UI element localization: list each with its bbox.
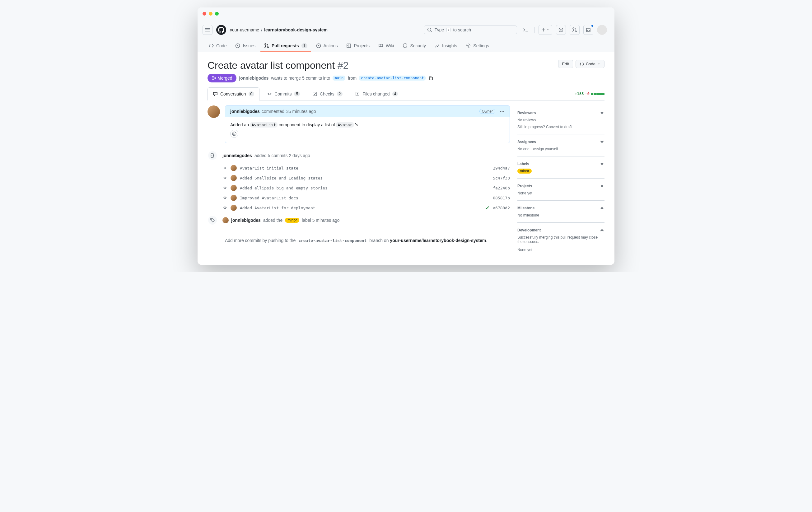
pull-requests-shortcut-button[interactable] — [570, 25, 580, 35]
breadcrumb-repo[interactable]: learnstorybook-design-system — [264, 27, 328, 32]
commit-avatar[interactable] — [231, 205, 237, 211]
sidebar-text: None yet — [517, 248, 605, 252]
commit-icon — [223, 195, 227, 200]
svg-point-22 — [503, 111, 504, 112]
comment-menu-button[interactable] — [500, 109, 504, 114]
commit-avatar[interactable] — [231, 175, 237, 181]
tag-icon — [207, 215, 218, 225]
commit-avatar[interactable] — [231, 185, 237, 191]
copy-icon[interactable] — [428, 76, 433, 81]
comment-author[interactable]: jonniebigodes — [230, 109, 260, 114]
pr-meta-text-2: from — [348, 76, 356, 81]
window-maximize-button[interactable] — [215, 12, 219, 16]
issues-shortcut-button[interactable] — [556, 25, 566, 35]
gear-icon[interactable] — [600, 228, 605, 233]
code-dropdown-button[interactable]: Code — [576, 60, 605, 68]
tab-settings[interactable]: Settings — [462, 40, 493, 52]
prtab-label: Commits — [274, 91, 291, 96]
diffstat-additions: +185 — [575, 92, 584, 96]
gear-icon[interactable] — [600, 111, 605, 115]
commit-sha[interactable]: 5c47f33 — [493, 176, 510, 180]
commit-message[interactable]: Added Smallsize and Loading states — [240, 176, 490, 180]
help-text: . — [486, 238, 487, 243]
commit-sha[interactable]: 294d4a7 — [493, 166, 510, 171]
pr-number: #2 — [338, 60, 349, 71]
assign-yourself-link[interactable]: assign yourself — [533, 147, 558, 151]
svg-rect-16 — [430, 77, 432, 80]
commit-icon — [267, 91, 272, 96]
gear-icon — [466, 43, 471, 48]
add-reaction-button[interactable] — [230, 130, 238, 138]
pr-author-link[interactable]: jonniebigodes — [239, 76, 268, 81]
command-palette-button[interactable] — [521, 25, 531, 35]
commit-message[interactable]: Added AvatarList for deployment — [240, 206, 482, 210]
sidebar-title[interactable]: Labels — [517, 162, 529, 166]
commit-message[interactable]: AvatarList initial state — [240, 166, 490, 171]
commit-sha[interactable]: 085817b — [493, 195, 510, 200]
event-text: label 5 minutes ago — [302, 218, 340, 223]
window-close-button[interactable] — [203, 12, 206, 16]
create-new-button[interactable] — [539, 25, 552, 35]
notifications-button[interactable] — [583, 25, 593, 35]
pr-head-branch[interactable]: create-avatar-list-component — [359, 76, 426, 81]
breadcrumb-owner[interactable]: your-username — [230, 27, 259, 32]
sidebar-title[interactable]: Projects — [517, 184, 532, 188]
label-pill[interactable]: minor — [285, 218, 299, 223]
tab-wiki[interactable]: Wiki — [375, 40, 398, 52]
commit-icon — [223, 175, 227, 180]
user-avatar-menu[interactable] — [597, 25, 607, 35]
window-minimize-button[interactable] — [209, 12, 212, 16]
search-input[interactable]: Type / to search — [424, 26, 517, 34]
svg-rect-26 — [211, 154, 213, 157]
svg-point-13 — [212, 76, 214, 78]
sidebar-title[interactable]: Development — [517, 228, 541, 232]
search-icon — [427, 27, 432, 32]
prtab-files[interactable]: Files changed 4 — [350, 87, 403, 100]
pr-title-text: Create avatar list component — [207, 60, 335, 71]
tab-label: Insights — [442, 43, 457, 48]
event-avatar[interactable] — [223, 217, 229, 223]
commit-sha[interactable]: a6780d2 — [493, 206, 510, 210]
tab-security[interactable]: Security — [399, 40, 430, 52]
commit-message[interactable]: Added ellipsis big and empty stories — [240, 186, 490, 190]
comment-timestamp[interactable]: 35 minutes ago — [286, 109, 316, 114]
pr-base-branch[interactable]: main — [332, 76, 345, 81]
sidebar-title[interactable]: Assignees — [517, 140, 536, 144]
commit-sha[interactable]: fa2240b — [493, 186, 510, 190]
commenter-avatar[interactable] — [207, 106, 220, 118]
tab-insights[interactable]: Insights — [431, 40, 461, 52]
event-author[interactable]: jonniebigodes — [231, 218, 261, 223]
prtab-conversation[interactable]: Conversation 0 — [207, 87, 259, 100]
tab-label: Pull requests — [271, 43, 299, 48]
commit-avatar[interactable] — [231, 165, 237, 171]
prtab-checks[interactable]: Checks 2 — [308, 87, 348, 100]
sidebar-text: None yet — [517, 191, 605, 195]
sidebar-title[interactable]: Milestone — [517, 206, 534, 210]
edit-button[interactable]: Edit — [558, 60, 573, 68]
gear-icon[interactable] — [600, 183, 605, 188]
gear-icon[interactable] — [600, 161, 605, 167]
tab-projects[interactable]: Projects — [343, 40, 373, 52]
label-pill[interactable]: minor — [517, 169, 532, 174]
tab-issues[interactable]: Issues — [231, 40, 259, 52]
tab-actions[interactable]: Actions — [312, 40, 342, 52]
gear-icon[interactable] — [600, 139, 605, 144]
tab-code[interactable]: Code — [205, 40, 230, 52]
event-author[interactable]: jonniebigodes — [223, 153, 252, 158]
tab-pull-requests[interactable]: Pull requests 1 — [260, 40, 311, 52]
commit-message[interactable]: Improved AvatarList docs — [240, 195, 490, 200]
sidebar-reviewers: Reviewers No reviews Still in progress? … — [517, 106, 605, 134]
breadcrumb-separator: / — [261, 27, 262, 32]
commit-avatar[interactable] — [231, 195, 237, 201]
search-suffix: to search — [453, 27, 471, 32]
github-logo[interactable] — [216, 25, 226, 35]
prtab-commits[interactable]: Commits 5 — [262, 87, 305, 100]
sidebar-assignees: Assignees No one—assign yourself — [517, 134, 605, 156]
convert-draft-link[interactable]: Convert to draft — [546, 125, 572, 129]
commit-icon — [223, 205, 227, 210]
gear-icon[interactable] — [600, 206, 605, 211]
sidebar-title[interactable]: Reviewers — [517, 111, 536, 115]
shield-icon — [403, 43, 408, 48]
comment: jonniebigodes commented 35 minutes ago O… — [225, 106, 510, 143]
hamburger-menu-button[interactable] — [203, 25, 212, 35]
